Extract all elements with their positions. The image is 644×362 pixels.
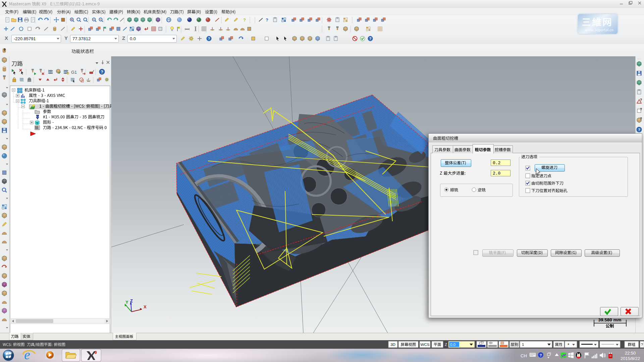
svg-text:?: ? [369,37,372,41]
svg-text:?: ? [243,17,246,22]
svg-text:?: ? [540,353,542,357]
svg-text:?: ? [640,98,642,102]
svg-text:Y: Y [125,300,128,305]
svg-text:X: X [144,304,147,309]
svg-text:G1: G1 [71,70,77,75]
svg-text:0.0: 0.0 [450,343,455,347]
svg-text:?: ? [641,343,643,347]
svg-text:?: ? [101,70,103,74]
svg-text:*: * [568,342,570,348]
svg-text:3D: 3D [390,343,395,347]
svg-text:?: ? [640,117,642,121]
svg-text:1: 1 [522,343,524,347]
svg-text:Z: Z [445,343,447,347]
svg-text:CH: CH [521,353,527,358]
svg-text:?: ? [640,108,642,111]
svg-text:9: 9 [95,350,97,355]
svg-text:WCS: WCS [421,343,430,347]
svg-text:2015/8/22: 2015/8/22 [621,356,640,361]
svg-text:?: ? [266,17,268,22]
svg-text:Z: Z [130,298,133,303]
svg-text:22:50: 22:50 [625,351,636,356]
svg-text:?: ? [208,37,210,41]
svg-text:?: ? [638,127,640,132]
svg-text:S: S [36,121,38,125]
svg-text:39.580 mm: 39.580 mm [598,317,621,322]
svg-text:e: e [24,347,30,362]
